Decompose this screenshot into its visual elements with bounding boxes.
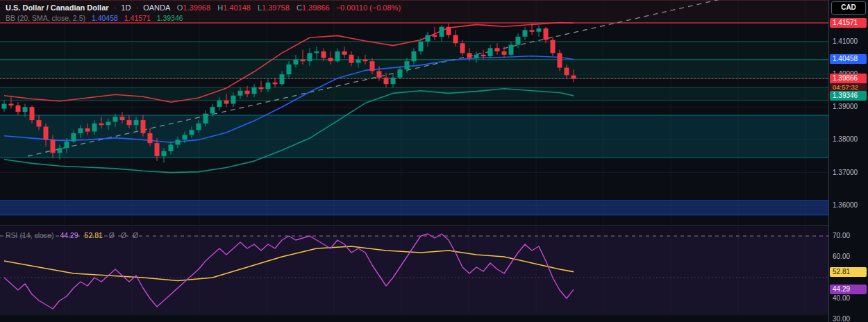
last-price-badge: 1.3986604:57:32 — [830, 74, 867, 92]
open-value: 1.39968 — [183, 3, 210, 12]
interval-label[interactable]: 1D — [121, 3, 131, 12]
legend-separator: · — [114, 3, 117, 12]
price-level-badge: 1.40458 — [830, 54, 867, 64]
rsi-ma-value: 52.81 — [85, 231, 103, 239]
close-label: C — [297, 3, 302, 12]
symbol-title[interactable]: U.S. Dollar / Canadian Dollar — [6, 3, 109, 12]
price-level-badge: 1.39346 — [830, 91, 867, 101]
rsi-tick-label: 40.00 — [833, 294, 850, 302]
exchange-label[interactable]: OANDA — [143, 3, 170, 12]
currency-toggle-button[interactable]: CAD — [831, 1, 866, 15]
rsi-value: 44.29 — [60, 231, 78, 239]
bb-lower-value: 1.39346 — [157, 14, 183, 22]
bb-legend-row[interactable]: BB (20, SMA, close, 2.5) 1.40458 1.41571… — [6, 14, 183, 22]
price-axis[interactable]: CAD 1.410001.400001.390001.380001.370001… — [828, 0, 868, 322]
tradingview-chart-window: U.S. Dollar / Canadian Dollar · 1D · OAN… — [0, 0, 868, 322]
time-axis[interactable] — [0, 314, 868, 322]
legend-separator: · — [135, 3, 138, 12]
rsi-tick-label: 70.00 — [833, 232, 850, 239]
rsi-tick-label: 60.00 — [833, 253, 850, 260]
change-value: −0.00110 (−0.08%) — [336, 3, 401, 12]
low-value: 1.39758 — [262, 3, 290, 12]
last-price-value: 1.39866 — [830, 74, 867, 83]
rsi-indicator-label[interactable]: RSI (14, close) — [6, 231, 53, 239]
rsi-level-badge: 44.29 — [830, 285, 867, 294]
rsi-level-badge: 52.81 — [830, 267, 867, 277]
main-price-chart-canvas[interactable] — [0, 0, 828, 223]
price-tick-label: 1.39000 — [833, 103, 858, 110]
pane-divider[interactable] — [0, 225, 868, 226]
rsi-legend-row[interactable]: RSI (14, close) 44.29 52.81 Ø Ø Ø — [6, 231, 138, 239]
high-value: 1.40148 — [223, 3, 251, 12]
high-label: H — [217, 3, 223, 12]
price-tick-label: 1.36000 — [833, 201, 858, 209]
bb-upper-value: 1.41571 — [124, 14, 151, 22]
price-tick-label: 1.41000 — [833, 37, 858, 45]
bb-indicator-label[interactable]: BB (20, SMA, close, 2.5) — [6, 14, 85, 22]
price-tick-label: 1.37000 — [833, 169, 858, 176]
rsi-tick-label: 30.00 — [833, 315, 850, 322]
price-tick-label: 1.38000 — [833, 135, 858, 143]
close-value: 1.39866 — [302, 3, 330, 12]
rsi-hidden-plot-symbol: Ø — [133, 231, 138, 239]
price-level-badge: 1.41571 — [830, 18, 867, 28]
rsi-hidden-plot-symbol: Ø — [109, 231, 115, 239]
rsi-hidden-plot-symbol: Ø — [121, 231, 126, 239]
bb-basis-value: 1.40458 — [92, 14, 118, 22]
symbol-legend-row[interactable]: U.S. Dollar / Canadian Dollar · 1D · OAN… — [6, 3, 401, 12]
